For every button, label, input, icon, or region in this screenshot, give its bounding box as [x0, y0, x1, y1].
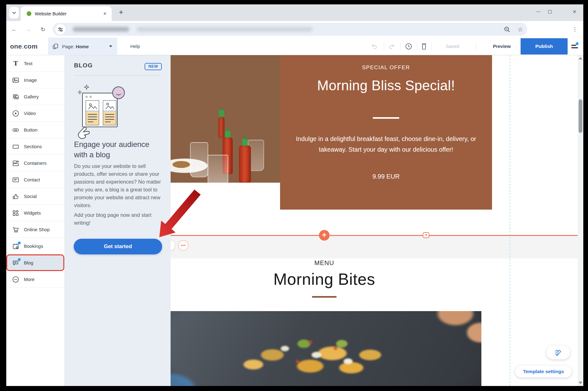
- tab-favicon: [27, 11, 31, 16]
- sidebar-item-containers[interactable]: Containers: [6, 155, 64, 171]
- sidebar-item-social[interactable]: Social: [6, 188, 64, 205]
- scroll-down-arrow[interactable]: [579, 382, 582, 384]
- window-minimize-button[interactable]: [534, 8, 542, 16]
- scrollbar-thumb[interactable]: [579, 99, 582, 133]
- page-selector[interactable]: Page: Home: [48, 38, 117, 55]
- pages-icon: [52, 43, 59, 50]
- add-section-button[interactable]: +: [319, 230, 330, 241]
- menu-section[interactable]: MENU Morning Bites: [171, 259, 478, 298]
- style-swatch-button[interactable]: [546, 346, 570, 359]
- sidebar-item-widgets[interactable]: Widgets: [6, 205, 64, 221]
- notification-dot: [18, 242, 21, 244]
- offer-title: Morning Bliss Special!: [280, 78, 492, 93]
- blog-post-thumbnail: [103, 100, 116, 125]
- get-started-button[interactable]: Get started: [74, 239, 162, 254]
- thumbs-up-icon: [12, 192, 20, 201]
- window-dot: [90, 96, 92, 98]
- blog-illustration: [78, 85, 125, 134]
- redo-icon: [389, 43, 395, 50]
- more-options-button[interactable]: •••: [178, 240, 188, 251]
- photo-glass-shape: [190, 142, 208, 177]
- sidebar-item-sections[interactable]: Sections: [6, 138, 64, 155]
- more-icon: [12, 275, 20, 284]
- button-icon: [12, 126, 20, 134]
- site-settings-button[interactable]: [55, 24, 66, 34]
- sidebar-item-online-shop[interactable]: Online Shop: [6, 221, 64, 238]
- bookmark-star-icon[interactable]: ☆: [516, 25, 524, 34]
- new-tab-button[interactable]: +: [117, 8, 125, 17]
- photo-background: [171, 311, 481, 386]
- page-scrollbar[interactable]: [578, 55, 583, 386]
- containers-icon: [12, 159, 20, 167]
- toolbar-divider: [432, 42, 432, 50]
- sidebar-item-blog[interactable]: Blog: [6, 254, 64, 271]
- url-address-bar[interactable]: ☆: [53, 23, 527, 36]
- main-menu-button[interactable]: [571, 42, 580, 51]
- preview-button[interactable]: Preview: [485, 38, 518, 55]
- hero-photo-restaurant[interactable]: [171, 55, 280, 183]
- back-button[interactable]: ←: [9, 25, 19, 34]
- browser-tab[interactable]: Website Builder ✕: [21, 6, 112, 21]
- chevron-down-icon: [109, 45, 112, 47]
- bookings-calendar-icon: [12, 242, 20, 250]
- offer-divider: [373, 117, 399, 119]
- panel-paragraph: Add your blog page now and start writing…: [74, 211, 164, 227]
- new-badge: NEW: [145, 63, 162, 70]
- help-button[interactable]: Help: [128, 38, 142, 55]
- scroll-up-arrow[interactable]: [579, 57, 582, 60]
- mobile-preview-button[interactable]: [420, 43, 428, 50]
- toolbar-divider: [417, 42, 417, 50]
- video-icon: [12, 109, 20, 117]
- tune-icon: [58, 27, 63, 32]
- sidebar-item-contact[interactable]: Contact: [6, 171, 64, 188]
- photo-glass-shape: [208, 155, 228, 183]
- sidebar-item-text[interactable]: T Text: [6, 55, 64, 72]
- blog-card-drawing: [82, 93, 118, 127]
- tab-close-icon[interactable]: ✕: [103, 11, 107, 16]
- forward-button[interactable]: →: [24, 25, 33, 34]
- menu-divider: [312, 296, 336, 298]
- section-divider-line: [171, 235, 578, 236]
- tab-strip: Website Builder ✕ + ✕: [6, 4, 583, 21]
- smartphone-icon: [420, 43, 428, 50]
- section-gap: [171, 236, 578, 258]
- one-com-logo: one.com: [10, 38, 38, 55]
- pointer-hand-icon: [77, 123, 91, 139]
- section-collapse-button[interactable]: [423, 232, 429, 238]
- page-selector-label: Page: Home: [62, 44, 89, 49]
- undo-button[interactable]: [370, 43, 378, 50]
- menu-eyebrow: MENU: [171, 259, 478, 267]
- sidebar-item-button[interactable]: Button: [6, 122, 64, 138]
- browser-menu-button[interactable]: ⋮: [571, 25, 579, 34]
- sidebar-item-more[interactable]: More: [6, 271, 64, 288]
- save-status: Saved: [440, 38, 465, 55]
- window-close-button[interactable]: ✕: [570, 8, 579, 16]
- chevron-down-icon: [12, 10, 17, 15]
- toolbar-divider: [384, 42, 384, 50]
- zoom-page-button[interactable]: [503, 25, 511, 34]
- menu-photo-nachos[interactable]: [171, 311, 481, 386]
- magnifier-minus-icon: [504, 26, 511, 33]
- toolbar-divider: [476, 42, 476, 50]
- tab-search-button[interactable]: [9, 7, 19, 18]
- special-offer-block[interactable]: SPECIAL OFFER Morning Bliss Special! Ind…: [280, 55, 492, 210]
- template-settings-button[interactable]: Template settings: [515, 366, 572, 378]
- browser-window: Website Builder ✕ + ✕ ← → ↻: [6, 4, 583, 386]
- sidebar-item-bookings[interactable]: Bookings: [6, 238, 64, 254]
- reload-button[interactable]: ↻: [38, 25, 48, 34]
- workspace: T Text Image Gallery Video: [6, 55, 583, 386]
- publish-button[interactable]: Publish: [521, 38, 568, 55]
- redo-button[interactable]: [388, 43, 396, 50]
- sidebar-item-video[interactable]: Video: [6, 105, 64, 122]
- sidebar-item-image[interactable]: Image: [6, 72, 64, 88]
- sparkle-icon: [78, 90, 82, 94]
- history-clock-icon: [405, 43, 412, 50]
- elements-sidebar: T Text Image Gallery Video: [6, 55, 65, 386]
- photo-sauce-bottle-shape: [218, 117, 225, 138]
- version-history-button[interactable]: [405, 43, 412, 50]
- window-maximize-button[interactable]: [546, 8, 554, 16]
- sidebar-item-gallery[interactable]: Gallery: [6, 88, 64, 105]
- offer-eyebrow: SPECIAL OFFER: [280, 65, 492, 71]
- panel-title: BLOG: [74, 62, 93, 69]
- blog-panel: BLOG NEW: [65, 55, 171, 386]
